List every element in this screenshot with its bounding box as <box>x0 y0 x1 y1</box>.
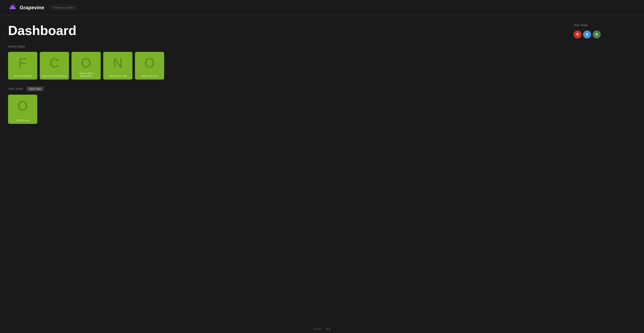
voting-open-section: Voting Open F Vote on Frontend C Vote on… <box>8 45 565 80</box>
grapevine-logo-icon <box>8 3 17 12</box>
main-layout: Dashboard Voting Open F Vote on Frontend… <box>0 15 644 131</box>
vote-card-christmas[interactable]: C Vote on Christmas Party <box>40 52 69 80</box>
vote-card-oldvine[interactable]: O Vote on Old Vine <box>135 52 164 80</box>
footer-privacy-link[interactable]: Privacy <box>313 328 322 330</box>
edit-card-letter-o: O <box>18 99 28 112</box>
your-vines-section: Your Vines New Vine O Edit Old Vine <box>8 87 565 124</box>
card-label-oldvine: Vote on Old Vine <box>137 75 162 78</box>
vote-card-frontend[interactable]: F Vote on Frontend <box>8 52 37 80</box>
card-label-christmas: Vote on Christmas Party <box>42 75 67 78</box>
voting-open-cards: F Vote on Frontend C Vote on Christmas P… <box>8 52 565 80</box>
your-vines-label: Your Vines <box>8 87 23 91</box>
logo-text: Grapevine <box>20 5 44 11</box>
voting-open-label: Voting Open <box>8 45 565 48</box>
your-vines-cards: O Edit Old Vine <box>8 95 565 124</box>
footer: Privacy Blog <box>0 325 644 333</box>
svg-point-1 <box>13 6 15 8</box>
page-title: Dashboard <box>8 23 565 38</box>
card-label-frontend: Vote on Frontend <box>10 75 35 78</box>
avatar-r[interactable]: R <box>574 30 582 39</box>
avatar-r-initial: R <box>577 33 579 36</box>
card-letter-o2: O <box>145 56 155 69</box>
avatar-b2[interactable]: B <box>593 30 601 39</box>
svg-point-3 <box>10 7 12 9</box>
vote-card-office[interactable]: O Vote on Office Renovation <box>71 52 101 80</box>
card-label-office: Vote on Office Renovation <box>74 72 99 78</box>
footer-blog-link[interactable]: Blog <box>326 328 331 330</box>
avatar-b2-initial: B <box>596 33 598 36</box>
edit-card-oldvine[interactable]: O Edit Old Vine <box>8 95 37 124</box>
your-team-label: Your Team <box>574 23 636 27</box>
app-header: Grapevine Enterprise Edition <box>0 0 644 15</box>
your-vines-header: Your Vines New Vine <box>8 87 565 91</box>
card-letter-o1: O <box>81 56 91 69</box>
card-letter-c: C <box>50 56 59 69</box>
content-area: Dashboard Voting Open F Vote on Frontend… <box>8 23 565 131</box>
team-avatars: R B B <box>574 30 636 39</box>
logo-area[interactable]: Grapevine Enterprise Edition <box>8 3 77 12</box>
card-letter-n: N <box>113 56 123 69</box>
new-vine-button[interactable]: New Vine <box>27 87 44 91</box>
sidebar: Your Team R B B <box>565 23 636 131</box>
card-letter-f: F <box>19 56 27 69</box>
card-label-newvine: Vote on New Vine <box>105 75 130 78</box>
vote-card-newvine[interactable]: N Vote on New Vine <box>103 52 132 80</box>
avatar-b1-initial: B <box>586 33 588 36</box>
edit-card-label-oldvine: Edit Old Vine <box>10 119 35 122</box>
svg-point-0 <box>11 6 13 8</box>
svg-point-4 <box>14 7 16 9</box>
avatar-b1[interactable]: B <box>583 30 591 39</box>
svg-point-2 <box>12 7 14 9</box>
edition-badge: Enterprise Edition <box>50 5 77 10</box>
